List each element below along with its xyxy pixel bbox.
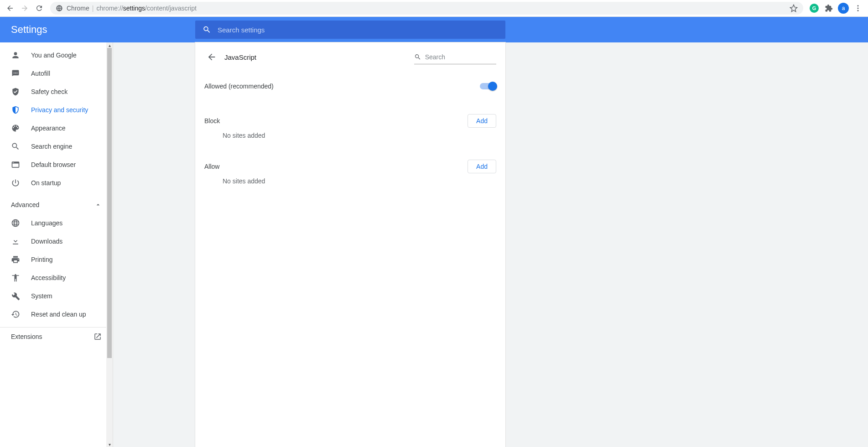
settings-title: Settings (0, 24, 195, 36)
sidebar-item-search-engine[interactable]: Search engine (0, 137, 113, 156)
download-icon (11, 237, 20, 246)
sidebar-item-autofill[interactable]: Autofill (0, 64, 113, 83)
sidebar-item-label: Default browser (31, 161, 76, 168)
sidebar-item-reset-and-clean-up[interactable]: Reset and clean up (0, 305, 113, 323)
sidebar-item-you-and-google[interactable]: You and Google (0, 46, 113, 64)
panel-header: JavaScript (195, 42, 505, 72)
browser-toolbar: Chrome | chrome://settings/content/javas… (0, 0, 868, 17)
panel-back-button[interactable] (204, 50, 219, 64)
restore-icon (11, 310, 20, 319)
allowed-row: Allowed (recommended) (195, 72, 505, 101)
sidebar-item-extensions[interactable]: Extensions (0, 327, 113, 346)
accessibility-icon (11, 273, 20, 282)
sidebar-item-privacy-and-security[interactable]: Privacy and security (0, 101, 113, 119)
sidebar-item-on-startup[interactable]: On startup (0, 174, 113, 192)
block-section-header: Block Add (195, 110, 505, 132)
autofill-icon (11, 69, 20, 78)
sidebar-advanced-toggle[interactable]: Advanced (0, 196, 113, 214)
forward-button[interactable] (17, 1, 32, 16)
scroll-up-icon[interactable]: ▴ (106, 42, 113, 48)
open-in-new-icon (94, 333, 102, 341)
scroll-down-icon[interactable]: ▾ (106, 442, 113, 447)
dots-vertical-icon (854, 4, 862, 12)
reload-button[interactable] (32, 1, 47, 16)
shield-half-icon (11, 105, 20, 114)
block-empty-message: No sites added (195, 132, 505, 150)
star-icon (790, 4, 798, 12)
svg-point-4 (858, 8, 859, 9)
sidebar-item-label: System (31, 292, 52, 300)
search-icon (203, 25, 211, 34)
allow-label: Allow (204, 163, 219, 170)
sidebar-item-label: You and Google (31, 52, 77, 59)
url-scheme: chrome:// (96, 5, 123, 12)
block-add-button[interactable]: Add (468, 114, 496, 128)
panel-title: JavaScript (224, 53, 256, 61)
sidebar-item-label: Reset and clean up (31, 311, 86, 318)
toggle-knob (488, 82, 497, 91)
sidebar-item-label: Downloads (31, 238, 62, 245)
allow-add-button[interactable]: Add (468, 160, 496, 173)
sidebar-item-label: Search engine (31, 143, 72, 150)
sidebar-item-label: Accessibility (31, 274, 66, 281)
sidebar: You and Google Autofill Safety check Pri… (0, 42, 113, 447)
sidebar-item-system[interactable]: System (0, 287, 113, 305)
globe-icon (11, 218, 20, 228)
svg-point-3 (858, 5, 859, 6)
profile-avatar[interactable]: a (838, 3, 849, 14)
sidebar-item-label: Autofill (31, 70, 50, 77)
settings-header: Settings (0, 17, 868, 42)
back-button[interactable] (3, 1, 17, 16)
panel-search[interactable] (414, 50, 496, 64)
address-bar[interactable]: Chrome | chrome://settings/content/javas… (50, 2, 803, 15)
chevron-up-icon (94, 201, 102, 208)
allow-empty-message: No sites added (195, 177, 505, 196)
panel-search-input[interactable] (425, 53, 496, 61)
url-host: settings (123, 5, 145, 12)
sidebar-item-label: Appearance (31, 125, 66, 132)
sidebar-item-label: Printing (31, 256, 52, 263)
sidebar-item-languages[interactable]: Languages (0, 214, 113, 232)
shield-check-icon (11, 87, 20, 96)
header-search[interactable] (195, 21, 505, 39)
palette-icon (11, 124, 20, 133)
allowed-label: Allowed (recommended) (204, 83, 274, 90)
sidebar-item-safety-check[interactable]: Safety check (0, 83, 113, 101)
scrollbar-thumb[interactable] (107, 48, 112, 358)
extension-grammarly-icon[interactable]: G (808, 2, 821, 15)
sidebar-item-printing[interactable]: Printing (0, 250, 113, 269)
sidebar-item-appearance[interactable]: Appearance (0, 119, 113, 137)
bookmark-button[interactable] (790, 4, 798, 12)
allowed-toggle[interactable] (480, 83, 496, 89)
sidebar-scrollbar[interactable]: ▴ ▾ (106, 42, 113, 447)
print-icon (11, 255, 20, 264)
settings-panel: JavaScript Allowed (recommended) Block A… (195, 42, 505, 447)
sidebar-item-label: Privacy and security (31, 106, 88, 114)
header-search-input[interactable] (218, 26, 498, 34)
sidebar-item-downloads[interactable]: Downloads (0, 232, 113, 250)
person-icon (11, 51, 20, 60)
content-area: You and Google Autofill Safety check Pri… (0, 42, 868, 447)
wrench-icon (11, 291, 20, 301)
main-outer: JavaScript Allowed (recommended) Block A… (113, 42, 868, 447)
allow-section-header: Allow Add (195, 156, 505, 177)
extensions-button[interactable] (822, 2, 835, 15)
reload-icon (35, 4, 43, 12)
sidebar-item-label: Safety check (31, 88, 68, 95)
puzzle-icon (825, 4, 833, 12)
arrow-right-icon (21, 4, 29, 12)
block-label: Block (204, 117, 220, 125)
browser-icon (11, 160, 20, 169)
search-icon (11, 142, 20, 151)
sidebar-item-label: Languages (31, 219, 62, 227)
sidebar-item-default-browser[interactable]: Default browser (0, 156, 113, 174)
power-icon (11, 178, 20, 187)
arrow-left-icon (207, 52, 217, 62)
search-icon (414, 53, 421, 61)
site-info-icon[interactable] (56, 5, 63, 12)
arrow-left-icon (6, 4, 14, 12)
url-path: /content/javascript (145, 5, 197, 12)
sidebar-item-accessibility[interactable]: Accessibility (0, 269, 113, 287)
chrome-menu-button[interactable] (852, 2, 864, 15)
sidebar-item-label: On startup (31, 179, 61, 187)
